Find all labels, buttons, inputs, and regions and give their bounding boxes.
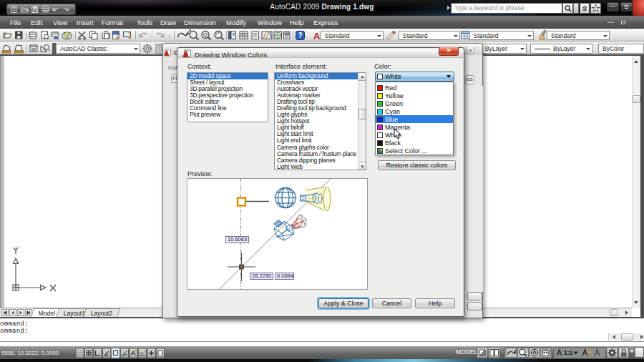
svg-text:1:1: 1:1 (564, 349, 573, 356)
svg-text:?: ? (298, 31, 303, 39)
svg-text:A: A (313, 31, 321, 41)
